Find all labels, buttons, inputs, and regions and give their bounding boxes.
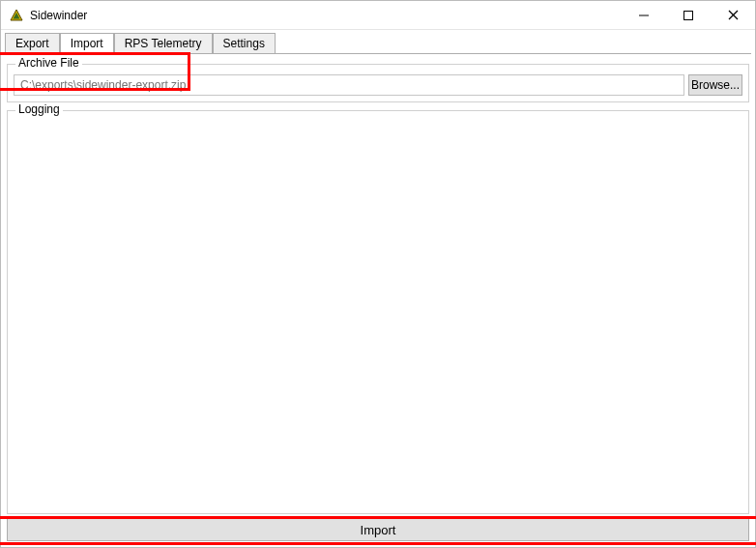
svg-rect-3 <box>684 11 693 19</box>
app-window: Sidewinder Export Import RPS Telemetry S… <box>0 0 756 548</box>
maximize-button[interactable] <box>666 1 711 29</box>
window-controls <box>622 1 755 29</box>
titlebar: Sidewinder <box>1 1 755 30</box>
tab-strip: Export Import RPS Telemetry Settings <box>1 30 755 53</box>
archive-path-input[interactable] <box>14 74 684 96</box>
logging-legend: Logging <box>15 102 63 116</box>
close-button[interactable] <box>711 1 755 29</box>
archive-file-group: Archive File Browse... <box>7 64 749 102</box>
tab-export[interactable]: Export <box>5 33 60 54</box>
tab-settings[interactable]: Settings <box>213 33 276 54</box>
log-output <box>14 121 742 507</box>
tab-import[interactable]: Import <box>60 33 114 54</box>
archive-file-legend: Archive File <box>15 56 82 70</box>
minimize-button[interactable] <box>622 1 666 29</box>
window-title: Sidewinder <box>30 9 87 22</box>
logging-group: Logging <box>7 110 749 514</box>
tab-panel-import: Archive File Browse... Logging Import <box>1 54 755 547</box>
tab-rps-telemetry[interactable]: RPS Telemetry <box>114 33 213 54</box>
browse-button[interactable]: Browse... <box>688 74 742 96</box>
import-button[interactable]: Import <box>7 518 749 541</box>
app-icon <box>9 8 24 23</box>
